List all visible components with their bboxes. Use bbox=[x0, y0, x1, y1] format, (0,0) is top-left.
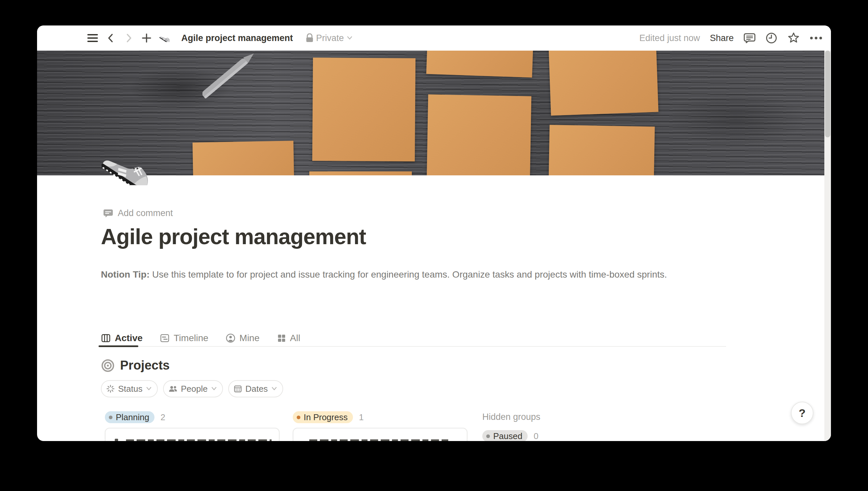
tab-all[interactable]: All bbox=[277, 333, 300, 343]
grid-view-icon bbox=[277, 334, 286, 343]
chevron-down-icon bbox=[146, 386, 152, 391]
filter-dates[interactable]: Dates bbox=[228, 380, 283, 397]
chevron-down-icon bbox=[347, 36, 353, 40]
scrollbar-thumb[interactable] bbox=[825, 51, 830, 137]
group-count: 2 bbox=[160, 412, 165, 423]
updates-button[interactable] bbox=[766, 32, 777, 44]
chevron-down-icon bbox=[271, 386, 277, 391]
sticky-note bbox=[192, 141, 294, 175]
timeline-view-icon bbox=[160, 333, 170, 343]
status-dot bbox=[486, 434, 490, 438]
tab-mine[interactable]: Mine bbox=[226, 333, 260, 343]
back-button[interactable] bbox=[106, 33, 116, 43]
sticky-note bbox=[549, 125, 655, 175]
bullseye-icon bbox=[101, 359, 115, 373]
group-count: 0 bbox=[534, 431, 538, 441]
stylus-pen bbox=[203, 51, 269, 102]
clipped-card-text bbox=[309, 439, 448, 441]
status-dot bbox=[297, 415, 300, 419]
project-card[interactable] bbox=[293, 428, 468, 441]
share-button[interactable]: Share bbox=[710, 33, 734, 44]
breadcrumb-page-title[interactable]: Agile project management bbox=[181, 33, 293, 44]
filter-status[interactable]: Status bbox=[101, 380, 158, 397]
top-toolbar: Agile project management Private Edited … bbox=[37, 26, 831, 51]
board-view-icon bbox=[101, 333, 111, 343]
filter-chips: Status People Dates bbox=[101, 380, 283, 397]
people-icon bbox=[168, 385, 178, 393]
group-pill-planning[interactable]: Planning bbox=[105, 411, 154, 423]
projects-heading: Projects bbox=[101, 358, 170, 373]
clock-icon bbox=[766, 32, 777, 44]
last-edited-status: Edited just now bbox=[639, 33, 700, 44]
view-tabs: Active Timeline Mine All bbox=[101, 330, 300, 346]
project-card[interactable] bbox=[105, 428, 279, 441]
notion-tip-label: Notion Tip: bbox=[101, 269, 150, 280]
notion-window: Agile project management Private Edited … bbox=[37, 26, 831, 441]
status-dot bbox=[109, 415, 113, 419]
tab-active[interactable]: Active bbox=[101, 333, 143, 343]
notion-tip-text: Notion Tip: Use this template to for pro… bbox=[101, 266, 693, 283]
new-page-button[interactable] bbox=[142, 33, 151, 43]
page-emoji-icon bbox=[159, 34, 172, 42]
comment-bubble-icon bbox=[103, 208, 113, 219]
status-icon bbox=[106, 384, 115, 393]
projects-title[interactable]: Projects bbox=[120, 358, 170, 373]
sticky-note bbox=[426, 51, 533, 78]
filter-people[interactable]: People bbox=[163, 380, 223, 397]
tabs-divider bbox=[101, 346, 726, 347]
scrollbar-track[interactable] bbox=[824, 51, 831, 441]
add-comment-button[interactable]: Add comment bbox=[103, 208, 173, 219]
hidden-groups-label: Hidden groups bbox=[482, 412, 540, 422]
help-label: ? bbox=[799, 407, 806, 420]
page-icon-sneaker[interactable] bbox=[101, 145, 158, 201]
sticky-note bbox=[548, 51, 658, 116]
clipped-card-text bbox=[126, 439, 272, 441]
group-planning: Planning 2 bbox=[105, 411, 166, 423]
sticky-note bbox=[427, 94, 532, 175]
person-view-icon bbox=[226, 333, 236, 343]
add-comment-label: Add comment bbox=[118, 208, 173, 219]
more-options-button[interactable] bbox=[810, 36, 822, 40]
page-title[interactable]: Agile project management bbox=[101, 224, 366, 249]
sticky-note bbox=[309, 171, 412, 175]
calendar-icon bbox=[234, 384, 242, 393]
chevron-down-icon bbox=[211, 386, 217, 391]
group-pill-in-progress[interactable]: In Progress bbox=[293, 411, 353, 423]
star-icon bbox=[787, 32, 800, 44]
group-paused: Paused 0 bbox=[482, 430, 539, 441]
comment-icon bbox=[744, 32, 755, 44]
clipped-card-icon bbox=[115, 439, 118, 441]
lock-icon bbox=[306, 33, 313, 43]
forward-button[interactable] bbox=[124, 33, 133, 43]
favorite-button[interactable] bbox=[787, 32, 800, 44]
sidebar-toggle-button[interactable] bbox=[87, 34, 98, 42]
ellipsis-icon bbox=[810, 36, 822, 40]
tab-timeline[interactable]: Timeline bbox=[160, 333, 208, 343]
help-button[interactable]: ? bbox=[791, 402, 813, 424]
privacy-indicator[interactable]: Private bbox=[306, 33, 353, 44]
group-count: 1 bbox=[359, 412, 363, 423]
group-pill-paused[interactable]: Paused bbox=[482, 430, 528, 441]
group-in-progress: In Progress 1 bbox=[293, 411, 363, 423]
comments-button[interactable] bbox=[744, 32, 755, 44]
active-tab-underline bbox=[98, 345, 138, 347]
sticky-note bbox=[312, 58, 416, 162]
